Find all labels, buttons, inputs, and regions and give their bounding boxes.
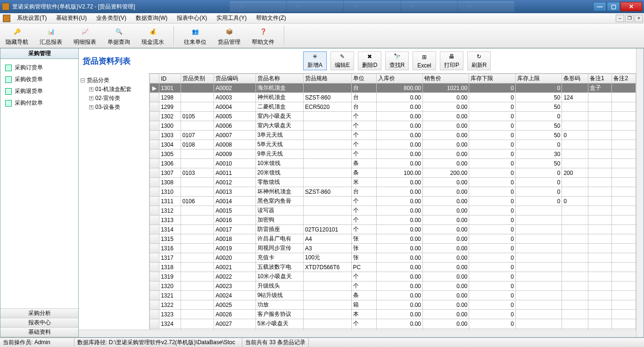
cell[interactable]: 米 [351,178,376,187]
table-row[interactable]: 1325A0028SwanPC0.000.000 [150,329,636,330]
table-row[interactable]: ▶1301A0002海尔机顶盒台800.001021.0000盒子 [150,83,636,93]
cell[interactable]: 1325 [159,329,181,330]
cell[interactable] [612,159,636,168]
cell[interactable]: 条 [351,159,376,168]
cell[interactable]: 0.00 [376,121,422,131]
cell[interactable]: 50 [515,159,561,168]
cell[interactable] [588,244,611,253]
toolbar-帮助文件[interactable]: ❓帮助文件 [249,24,277,47]
cell[interactable]: 0.00 [376,263,422,272]
cell[interactable]: 个 [351,281,376,291]
cell[interactable]: 1320 [159,281,181,291]
cell[interactable]: 1311 [159,197,181,206]
cell[interactable]: 个 [351,140,376,149]
cell[interactable]: 50 [515,93,561,102]
col-header[interactable]: 库存下限 [469,74,515,83]
table-row[interactable]: 1316A0019周视同步宣传A3张0.000.000 [150,244,636,253]
cell[interactable] [181,102,214,112]
cell[interactable]: 0 [469,197,515,206]
cell[interactable] [562,102,588,112]
cell[interactable] [181,272,214,281]
mdi-minimize[interactable]: – [616,15,624,22]
toolbar-往来单位[interactable]: 👥往来单位 [181,24,209,47]
cell[interactable]: 防雷插座 [256,225,303,234]
cell[interactable]: 0.00 [376,178,422,187]
cell[interactable]: 周视同步宣传 [256,244,303,253]
cell[interactable]: 50 [515,131,561,140]
cell[interactable] [515,329,561,330]
cell[interactable]: 1317 [159,253,181,263]
cell[interactable]: 0105 [181,112,214,121]
cell[interactable] [304,300,351,310]
cell[interactable] [304,121,351,131]
maximize-button[interactable]: ▢ [607,2,620,11]
cell[interactable]: 1312 [159,206,181,215]
cell[interactable]: 0 [469,149,515,159]
cell[interactable]: 02TG120101 [304,225,351,234]
cell[interactable]: 0 [469,319,515,329]
cell[interactable]: 升级线头 [256,281,303,291]
cell[interactable]: 1299 [159,102,181,112]
cell[interactable]: A0013 [214,187,256,197]
cell[interactable]: 5米小吸盘天 [256,319,303,329]
cell[interactable]: 0107 [181,131,214,140]
cell[interactable]: A0017 [214,225,256,234]
cell[interactable]: 1298 [159,93,181,102]
cell[interactable]: 0 [469,281,515,291]
bg-tab[interactable]: ··· [401,1,457,12]
vertical-scrollbar[interactable] [636,49,644,337]
cell[interactable]: 客户服务协议 [256,310,303,319]
cell[interactable]: 0.00 [423,215,469,225]
menu-item[interactable]: 实用工具(Y) [212,13,251,23]
cell[interactable]: 0.00 [376,225,422,234]
horizontal-scrollbar[interactable] [79,330,636,337]
cell[interactable]: 1314 [159,225,181,234]
cell[interactable] [562,253,588,263]
panel-btn-刷新R[interactable]: ↻刷新R [467,51,491,70]
cell[interactable]: A4 [304,234,351,244]
table-row[interactable]: 1306A001010米馈线条0.000.00050 [150,159,636,168]
cell[interactable] [612,215,636,225]
cell[interactable] [562,215,588,225]
cell[interactable]: 0.00 [376,234,422,244]
cell[interactable] [562,159,588,168]
cell[interactable]: 1324 [159,319,181,329]
nav-item[interactable]: 采购付款单 [2,97,76,109]
table-row[interactable]: 1324A00275米小吸盘天个0.000.000 [150,319,636,329]
cell[interactable]: 0.00 [423,272,469,281]
cell[interactable] [588,263,611,272]
cell[interactable]: 3单元天线 [256,131,303,140]
cell[interactable]: 0.00 [376,159,422,168]
cell[interactable]: 0.00 [423,329,469,330]
cell[interactable] [612,187,636,197]
cell[interactable]: 20米馈线 [256,168,303,178]
cell[interactable]: 9钻升级线 [256,291,303,300]
cell[interactable] [612,112,636,121]
cell[interactable]: 条 [351,168,376,178]
cell[interactable] [612,206,636,215]
cell[interactable] [515,253,561,263]
cell[interactable] [588,112,611,121]
cell[interactable]: 200.00 [423,168,469,178]
cell[interactable] [304,329,351,330]
cell[interactable] [181,178,214,187]
cell[interactable] [562,281,588,291]
cell[interactable] [588,206,611,215]
cell[interactable] [562,310,588,319]
cell[interactable]: 10米小吸盘天 [256,272,303,281]
cell[interactable]: A0022 [214,272,256,281]
cell[interactable]: A0009 [214,149,256,159]
toolbar-单据查询[interactable]: 🔍单据查询 [105,24,133,47]
table-row[interactable]: 1299A0004二菱机顶盒ECR5020台0.000.00050 [150,102,636,112]
minimize-button[interactable]: — [593,2,606,11]
cell[interactable] [304,168,351,178]
cell[interactable] [588,159,611,168]
cell[interactable]: 0.00 [423,121,469,131]
nav-item[interactable]: 采购订货单 [2,62,76,74]
cell[interactable]: 0.00 [423,300,469,310]
cell[interactable]: 功放 [256,300,303,310]
cell[interactable] [562,272,588,281]
cell[interactable]: 张 [351,253,376,263]
cell[interactable]: 100元 [304,253,351,263]
table-row[interactable]: 1298A0003神州机顶盒SZST-860台0.000.00050124 [150,93,636,102]
